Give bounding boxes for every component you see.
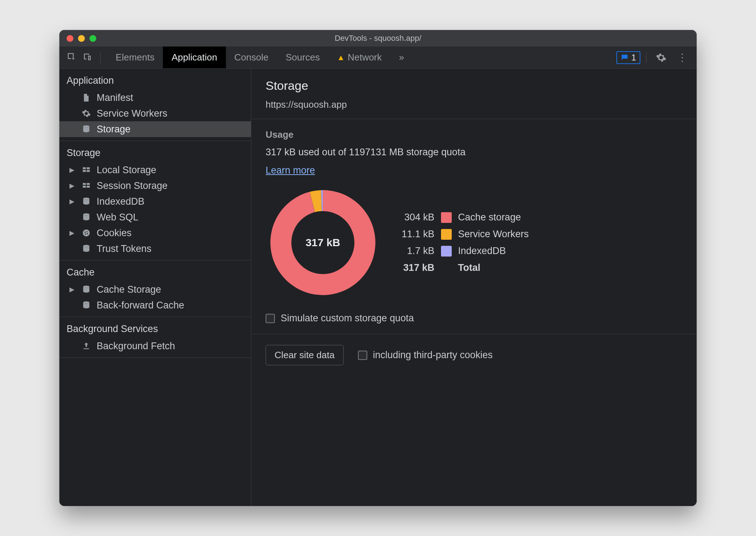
chat-icon xyxy=(621,54,629,62)
panel-tabs: ElementsApplicationConsoleSources▲Networ… xyxy=(107,47,391,68)
device-toolbar-icon[interactable] xyxy=(82,52,92,63)
usage-section: Usage 317 kB used out of 1197131 MB stor… xyxy=(251,119,697,334)
database-icon xyxy=(81,284,92,295)
database-icon xyxy=(81,300,92,311)
sidebar-section-title: Background Services xyxy=(59,317,251,338)
usage-donut-chart: 317 kB xyxy=(266,185,380,300)
third-party-label: including third-party cookies xyxy=(373,350,493,361)
sidebar-item-label: Web SQL xyxy=(97,212,139,223)
sidebar-item-manifest[interactable]: ▶Manifest xyxy=(59,90,251,106)
sidebar-item-web-sql[interactable]: ▶Web SQL xyxy=(59,209,251,225)
third-party-row: including third-party cookies xyxy=(358,350,493,361)
clear-site-data-button[interactable]: Clear site data xyxy=(266,345,344,365)
sidebar-section-title: Storage xyxy=(59,141,251,162)
tabs-overflow-button[interactable]: » xyxy=(391,47,413,68)
minimize-window-button[interactable] xyxy=(78,35,85,42)
svg-point-7 xyxy=(87,233,88,234)
usage-summary: 317 kB used out of 1197131 MB storage qu… xyxy=(266,147,682,158)
sidebar-section: Cache▶Cache Storage▶Back-forward Cache xyxy=(59,260,251,317)
simulate-quota-row: Simulate custom storage quota xyxy=(266,313,682,324)
inspect-element-icon[interactable] xyxy=(67,52,77,63)
svg-point-5 xyxy=(87,231,88,232)
toolbar-divider xyxy=(646,52,646,63)
sidebar-section: Storage▶Local Storage▶Session Storage▶In… xyxy=(59,141,251,260)
zoom-window-button[interactable] xyxy=(89,35,96,42)
learn-more-link[interactable]: Learn more xyxy=(266,165,315,176)
warning-icon: ▲ xyxy=(337,53,345,62)
sidebar-item-local-storage[interactable]: ▶Local Storage xyxy=(59,162,251,178)
page-title: Storage xyxy=(266,79,682,93)
third-party-checkbox[interactable] xyxy=(358,351,367,360)
actions-row: Clear site data including third-party co… xyxy=(251,334,697,376)
sidebar-item-label: Service Workers xyxy=(97,108,168,119)
main-panel: Storage https://squoosh.app Usage 317 kB… xyxy=(251,69,697,506)
legend-value: 11.1 kB xyxy=(402,229,435,240)
simulate-quota-checkbox[interactable] xyxy=(266,314,275,323)
sidebar-item-session-storage[interactable]: ▶Session Storage xyxy=(59,178,251,194)
caret-icon: ▶ xyxy=(69,182,76,190)
sidebar-section-title: Cache xyxy=(59,260,251,282)
legend-total-value: 317 kB xyxy=(402,262,435,273)
sidebar-section: Application▶Manifest▶Service Workers▶Sto… xyxy=(59,69,251,141)
application-sidebar: Application▶Manifest▶Service Workers▶Sto… xyxy=(59,69,251,506)
sidebar-item-cookies[interactable]: ▶Cookies xyxy=(59,225,251,241)
sidebar-item-trust-tokens[interactable]: ▶Trust Tokens xyxy=(59,241,251,257)
sidebar-item-label: Cache Storage xyxy=(97,284,161,295)
svg-point-0 xyxy=(83,125,89,128)
issues-badge[interactable]: 1 xyxy=(616,51,640,64)
legend-label: Service Workers xyxy=(458,229,529,240)
caret-icon: ▶ xyxy=(69,198,76,205)
sidebar-item-label: Back-forward Cache xyxy=(97,300,184,311)
toolbar-left-icons xyxy=(59,47,107,68)
tab-label: Elements xyxy=(116,52,154,63)
gear-icon xyxy=(656,52,667,63)
sidebar-item-indexeddb[interactable]: ▶IndexedDB xyxy=(59,194,251,209)
svg-point-2 xyxy=(83,213,89,216)
sidebar-section-title: Application xyxy=(59,69,251,90)
caret-icon: ▶ xyxy=(69,166,76,174)
simulate-quota-label: Simulate custom storage quota xyxy=(281,313,414,324)
sidebar-item-back-forward-cache[interactable]: ▶Back-forward Cache xyxy=(59,297,251,313)
toolbar-divider xyxy=(100,52,101,63)
sidebar-item-label: Cookies xyxy=(97,228,132,239)
sidebar-item-label: Manifest xyxy=(97,92,133,103)
svg-point-4 xyxy=(84,232,86,233)
tab-elements[interactable]: Elements xyxy=(107,47,163,68)
usage-chart-row: 317 kB 304 kBCache storage11.1 kBService… xyxy=(266,185,682,300)
usage-heading: Usage xyxy=(266,129,682,140)
sidebar-item-label: Trust Tokens xyxy=(97,243,151,254)
sidebar-item-label: Session Storage xyxy=(97,180,168,191)
svg-point-3 xyxy=(83,229,90,237)
database-icon xyxy=(81,243,92,254)
devtools-window: DevTools - squoosh.app/ ElementsApplicat… xyxy=(59,30,697,506)
database-icon xyxy=(81,196,92,207)
origin-url: https://squoosh.app xyxy=(266,99,682,110)
tab-label: Sources xyxy=(286,52,320,63)
tab-application[interactable]: Application xyxy=(163,47,226,68)
tab-sources[interactable]: Sources xyxy=(277,47,328,68)
gear-icon xyxy=(81,108,92,119)
legend-swatch xyxy=(441,212,452,223)
donut-center-label: 317 kB xyxy=(266,185,380,300)
sidebar-item-service-workers[interactable]: ▶Service Workers xyxy=(59,106,251,121)
settings-button[interactable] xyxy=(652,52,670,63)
main-header: Storage https://squoosh.app xyxy=(251,69,697,119)
legend-swatch xyxy=(441,246,452,257)
tab-network[interactable]: ▲Network xyxy=(328,47,390,68)
sidebar-item-cache-storage[interactable]: ▶Cache Storage xyxy=(59,282,251,297)
sidebar-item-background-fetch[interactable]: ▶Background Fetch xyxy=(59,338,251,354)
more-menu-button[interactable]: ⋮ xyxy=(674,52,692,63)
svg-point-1 xyxy=(83,198,89,200)
sidebar-item-storage[interactable]: ▶Storage xyxy=(59,121,251,137)
close-window-button[interactable] xyxy=(67,35,73,42)
tab-label: Application xyxy=(171,52,217,63)
tab-console[interactable]: Console xyxy=(226,47,277,68)
sidebar-section: Background Services▶Background Fetch xyxy=(59,317,251,358)
content-area: Application▶Manifest▶Service Workers▶Sto… xyxy=(59,69,697,506)
usage-legend: 304 kBCache storage11.1 kBService Worker… xyxy=(402,212,529,273)
chevron-right-icon: » xyxy=(399,52,404,63)
window-title: DevTools - squoosh.app/ xyxy=(59,34,697,43)
caret-icon: ▶ xyxy=(69,229,76,237)
file-icon xyxy=(81,92,92,103)
sidebar-item-label: Storage xyxy=(97,124,131,135)
